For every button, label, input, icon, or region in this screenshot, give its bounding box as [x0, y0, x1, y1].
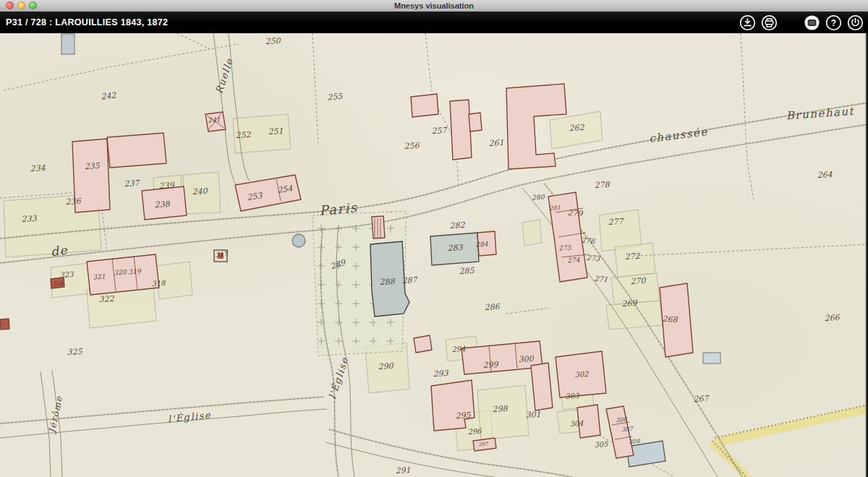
minimize-button[interactable] [17, 1, 25, 9]
power-icon [847, 14, 864, 31]
fullscreen-button[interactable] [804, 14, 820, 31]
help-button[interactable]: ? [825, 14, 842, 31]
toolbar-actions: ? [739, 14, 864, 31]
window-title: Mnesys visualisation [0, 1, 868, 10]
download-icon [739, 14, 756, 31]
help-icon: ? [825, 14, 842, 31]
window-right-edge [865, 33, 868, 477]
map-viewport[interactable]: 2422412502552522512572562612622642342352… [0, 33, 868, 477]
power-button[interactable] [847, 14, 864, 31]
download-button[interactable] [739, 14, 756, 31]
pond [292, 234, 305, 247]
close-button[interactable] [6, 1, 14, 9]
map-drawing [0, 33, 868, 477]
screen-icon [804, 14, 820, 32]
viewer-toolbar: P31 / 728 : LAROUILLIES 1843, 1872 [0, 12, 868, 33]
window-titlebar: Mnesys visualisation [0, 0, 868, 12]
print-button[interactable] [761, 14, 778, 31]
print-icon [761, 14, 778, 31]
yellow-road [709, 405, 868, 477]
svg-text:?: ? [831, 17, 836, 27]
zoom-window-button[interactable] [29, 1, 37, 9]
document-reference: P31 / 728 : LAROUILLIES 1843, 1872 [6, 17, 168, 27]
